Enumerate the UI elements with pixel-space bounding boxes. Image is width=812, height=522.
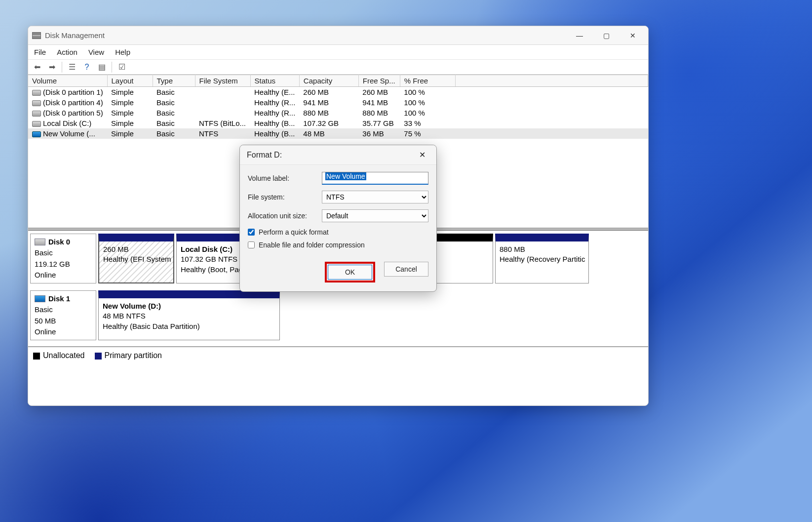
cancel-button[interactable]: Cancel [384, 262, 428, 277]
ok-button[interactable]: OK [328, 265, 372, 280]
toolbar-sep2 [112, 62, 112, 73]
table-row[interactable]: New Volume (...SimpleBasicNTFSHealthy (B… [28, 128, 648, 139]
disk-icon [35, 239, 45, 245]
quick-format-checkbox[interactable] [248, 229, 255, 236]
settings-icon[interactable]: ▤ [96, 61, 108, 73]
dialog-body: Volume label: New Volume File system: NT… [240, 165, 436, 291]
col-layout[interactable]: Layout [107, 75, 153, 87]
partition-block[interactable]: 880 MBHealthy (Recovery Partitic [495, 234, 589, 283]
app-icon [32, 32, 41, 39]
legend-primary: Primary partition [95, 351, 162, 360]
allocation-select[interactable]: Default [322, 209, 428, 222]
drive-icon [32, 111, 41, 117]
format-dialog: Format D: ✕ Volume label: New Volume Fil… [239, 145, 437, 292]
menubar: File Action View Help [28, 45, 648, 60]
back-button[interactable]: ⬅ [31, 61, 43, 73]
col-capacity[interactable]: Capacity [299, 75, 358, 87]
drive-icon [32, 121, 41, 127]
partition-block[interactable]: New Volume (D:)48 MB NTFSHealthy (Basic … [98, 290, 280, 340]
disk-name: Disk 0 [48, 237, 70, 247]
dialog-close-button[interactable]: ✕ [415, 148, 429, 162]
toolbar: ⬅ ➡ ☰ ? ▤ ☑ [28, 60, 648, 75]
titlebar: Disk Management — ▢ ✕ [28, 26, 648, 45]
menu-action[interactable]: Action [56, 47, 78, 57]
table-row[interactable]: (Disk 0 partition 1)SimpleBasicHealthy (… [28, 87, 648, 98]
forward-button[interactable]: ➡ [46, 61, 58, 73]
menu-file[interactable]: File [33, 47, 47, 57]
disk-name: Disk 1 [48, 294, 70, 304]
table-row[interactable]: (Disk 0 partition 4)SimpleBasicHealthy (… [28, 97, 648, 108]
legend: Unallocated Primary partition [28, 346, 648, 364]
filesystem-select[interactable]: NTFS [322, 191, 428, 203]
drive-icon [32, 100, 41, 106]
filesystem-label: File system: [248, 193, 322, 201]
menu-view[interactable]: View [87, 47, 105, 57]
compression-checkbox[interactable] [248, 241, 255, 248]
disk-icon [35, 295, 45, 302]
list-icon[interactable]: ☑ [116, 61, 128, 73]
col-status[interactable]: Status [250, 75, 299, 87]
quick-format-label: Perform a quick format [259, 228, 329, 236]
allocation-label: Allocation unit size: [248, 212, 322, 220]
disk-state: Online [35, 327, 92, 337]
disk-size: 50 MB [35, 316, 92, 326]
minimize-button[interactable]: — [568, 26, 591, 45]
legend-unallocated: Unallocated [33, 351, 85, 360]
disk-type: Basic [35, 248, 92, 258]
swatch-unallocated [33, 353, 40, 360]
disk-row: Disk 1Basic50 MBOnlineNew Volume (D:)48 … [29, 289, 647, 341]
swatch-primary [95, 353, 102, 360]
drive-icon [32, 131, 41, 137]
volume-label-input[interactable]: New Volume [322, 172, 428, 185]
compression-label: Enable file and folder compression [259, 241, 365, 249]
col-free[interactable]: Free Sp... [358, 75, 400, 87]
drive-icon [32, 90, 41, 96]
dialog-title: Format D: [247, 151, 282, 160]
col-pctfree[interactable]: % Free [400, 75, 455, 87]
disk-state: Online [35, 270, 92, 280]
table-header-row[interactable]: Volume Layout Type File System Status Ca… [28, 75, 648, 87]
table-row[interactable]: Local Disk (C:)SimpleBasicNTFS (BitLo...… [28, 118, 648, 128]
partition-block[interactable]: 260 MBHealthy (EFI System [98, 234, 174, 283]
ok-highlight: OK [325, 262, 375, 282]
disk-size: 119.12 GB [35, 259, 92, 269]
disk-type: Basic [35, 305, 92, 315]
table-row[interactable]: (Disk 0 partition 5)SimpleBasicHealthy (… [28, 108, 648, 118]
close-button[interactable]: ✕ [621, 26, 644, 45]
menu-help[interactable]: Help [114, 47, 131, 57]
col-type[interactable]: Type [153, 75, 195, 87]
volume-table[interactable]: Volume Layout Type File System Status Ca… [28, 75, 648, 139]
window-title: Disk Management [45, 31, 564, 40]
col-filesystem[interactable]: File System [195, 75, 250, 87]
volume-label-label: Volume label: [248, 174, 322, 182]
disk-label-panel[interactable]: Disk 1Basic50 MBOnline [30, 290, 96, 340]
col-volume[interactable]: Volume [28, 75, 107, 87]
disk-label-panel[interactable]: Disk 0Basic119.12 GBOnline [30, 234, 96, 283]
toolbar-sep [62, 62, 62, 73]
dialog-titlebar: Format D: ✕ [240, 145, 436, 165]
help-button[interactable]: ? [81, 61, 93, 73]
show-hide-tree-button[interactable]: ☰ [66, 61, 78, 73]
disk-partitions: New Volume (D:)48 MB NTFSHealthy (Basic … [98, 290, 646, 340]
col-spacer [455, 75, 648, 87]
maximize-button[interactable]: ▢ [595, 26, 618, 45]
